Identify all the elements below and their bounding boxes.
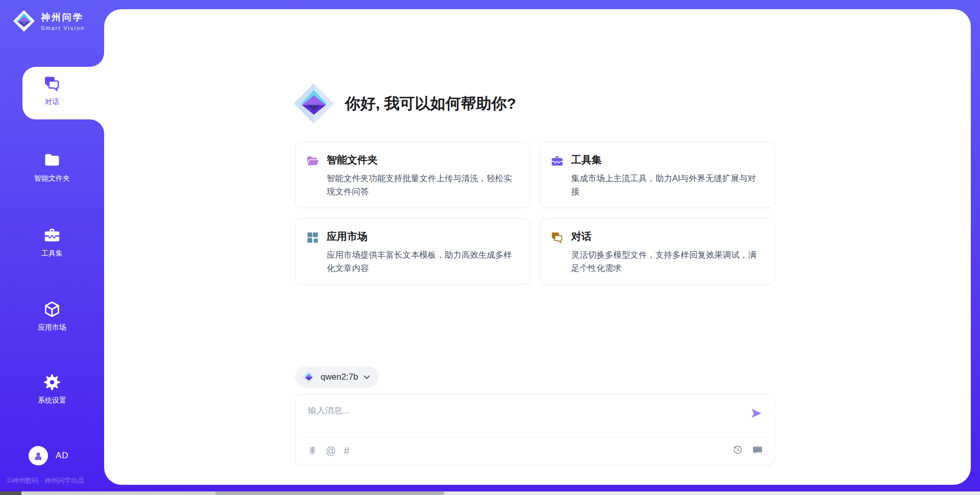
card-body: 工具集 集成市场上主流工具，助力AI与外界无缝扩展与对接 bbox=[571, 153, 764, 198]
composer-divider bbox=[302, 437, 768, 438]
horizontal-scrollbar bbox=[0, 491, 980, 495]
chevron-down-icon bbox=[363, 375, 370, 380]
sidebar-item-chat[interactable]: 对话 bbox=[0, 75, 104, 107]
chat-bubbles-icon bbox=[550, 230, 564, 244]
gear-icon bbox=[43, 373, 61, 391]
greeting-block: 你好, 我可以如何帮助你? bbox=[292, 82, 516, 126]
sidebar-item-settings[interactable]: 系统设置 bbox=[0, 373, 104, 405]
scrollbar-corner bbox=[0, 491, 21, 495]
message-input[interactable] bbox=[307, 404, 736, 433]
diamond-logo-icon bbox=[292, 82, 336, 126]
model-name: qwen2:7b bbox=[321, 372, 358, 382]
hash-icon[interactable]: # bbox=[344, 444, 349, 457]
grid-icon bbox=[306, 230, 320, 244]
sidebar-item-label: 应用市场 bbox=[38, 323, 66, 332]
sidebar-item-label: 对话 bbox=[45, 97, 59, 107]
history-icon[interactable] bbox=[732, 444, 744, 456]
card-description: 灵活切换多模型文件，支持多样回复效果调试，满足个性化需求 bbox=[571, 248, 764, 275]
card-title: 智能文件夹 bbox=[327, 153, 520, 167]
sidebar-item-label: 智能文件夹 bbox=[34, 174, 70, 183]
chat-bubbles-icon bbox=[43, 75, 61, 93]
card-title: 应用市场 bbox=[327, 230, 520, 243]
toolbox-icon bbox=[43, 226, 61, 244]
send-icon[interactable] bbox=[750, 407, 763, 420]
sidebar-item-label: 工具集 bbox=[41, 249, 63, 258]
card-title: 对话 bbox=[571, 230, 764, 243]
copyright-footer: ©神州数码 · 神州问学出品 bbox=[7, 476, 84, 485]
card-description: 智能文件夹功能支持批量文件上传与清洗，轻松实现文件问答 bbox=[327, 171, 520, 198]
sidebar-item-app-market[interactable]: 应用市场 bbox=[0, 300, 104, 332]
scrollbar-track bbox=[21, 491, 215, 495]
tab-curve-top bbox=[90, 53, 104, 67]
card-chat[interactable]: 对话 灵活切换多模型文件，支持多样回复效果调试，满足个性化需求 bbox=[540, 218, 775, 285]
card-description: 集成市场上主流工具，助力AI与外界无缝扩展与对接 bbox=[571, 171, 764, 198]
diamond-logo-icon bbox=[12, 9, 36, 33]
user-chip[interactable]: AD bbox=[29, 446, 69, 465]
sidebar-item-toolset[interactable]: 工具集 bbox=[0, 226, 104, 258]
scrollbar-thumb[interactable] bbox=[215, 491, 444, 495]
app-logo-text: 神州问学 Smart Vision bbox=[41, 11, 85, 31]
card-smart-folder[interactable]: 智能文件夹 智能文件夹功能支持批量文件上传与清洗，轻松实现文件问答 bbox=[295, 142, 530, 208]
folder-open-icon bbox=[306, 153, 320, 168]
card-toolset[interactable]: 工具集 集成市场上主流工具，助力AI与外界无缝扩展与对接 bbox=[540, 142, 775, 208]
cube-icon bbox=[43, 300, 61, 318]
message-composer: @ # bbox=[295, 394, 775, 465]
card-title: 工具集 bbox=[571, 153, 764, 167]
composer-tools-left: @ # bbox=[307, 444, 349, 457]
model-selector[interactable]: qwen2:7b bbox=[295, 366, 379, 388]
card-body: 智能文件夹 智能文件夹功能支持批量文件上传与清洗，轻松实现文件问答 bbox=[327, 153, 520, 198]
folder-icon bbox=[43, 151, 61, 169]
person-icon bbox=[33, 450, 44, 461]
tab-curve-bottom bbox=[90, 119, 104, 134]
card-description: 应用市场提供丰富长文本模板，助力高效生成多样化文章内容 bbox=[327, 248, 520, 275]
app-title: 神州问学 bbox=[41, 11, 85, 23]
avatar bbox=[29, 446, 48, 465]
app-subtitle: Smart Vision bbox=[41, 25, 85, 31]
user-name: AD bbox=[56, 451, 69, 461]
greeting-title: 你好, 我可以如何帮助你? bbox=[345, 93, 516, 114]
sidebar-item-smart-folder[interactable]: 智能文件夹 bbox=[0, 151, 104, 183]
diamond-logo-icon bbox=[302, 370, 315, 384]
card-body: 对话 灵活切换多模型文件，支持多样回复效果调试，满足个性化需求 bbox=[571, 230, 764, 275]
panel-content-layer: 你好, 我可以如何帮助你? 智能文件夹 智能文件夹功能支持批量文件上传与清洗，轻… bbox=[104, 9, 971, 485]
card-app-market[interactable]: 应用市场 应用市场提供丰富长文本模板，助力高效生成多样化文章内容 bbox=[295, 218, 530, 285]
sidebar-item-label: 系统设置 bbox=[38, 396, 66, 405]
card-body: 应用市场 应用市场提供丰富长文本模板，助力高效生成多样化文章内容 bbox=[327, 230, 520, 275]
chat-bubble-icon[interactable] bbox=[752, 444, 763, 456]
composer-tools-right bbox=[732, 444, 763, 456]
paperclip-icon[interactable] bbox=[307, 445, 318, 456]
feature-cards: 智能文件夹 智能文件夹功能支持批量文件上传与清洗，轻松实现文件问答 工具集 bbox=[295, 142, 775, 285]
app-logo: 神州问学 Smart Vision bbox=[12, 9, 85, 33]
at-icon[interactable]: @ bbox=[326, 444, 336, 457]
toolbox-icon bbox=[550, 153, 564, 168]
